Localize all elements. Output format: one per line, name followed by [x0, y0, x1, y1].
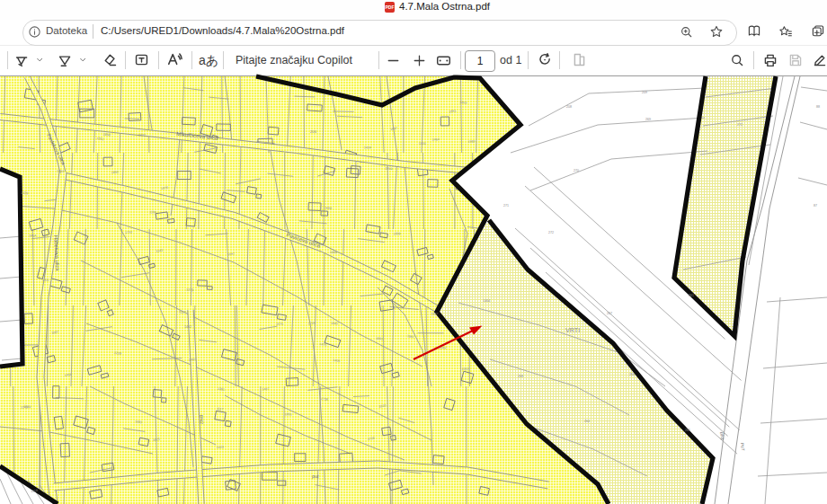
svg-text:1654: 1654	[57, 170, 64, 173]
svg-text:1691: 1691	[376, 337, 383, 340]
svg-text:1575: 1575	[276, 323, 283, 326]
svg-text:88: 88	[816, 105, 820, 109]
svg-text:272: 272	[737, 123, 743, 127]
svg-text:264: 264	[584, 420, 590, 423]
svg-text:1423: 1423	[217, 446, 224, 449]
svg-text:271: 271	[503, 204, 509, 208]
svg-text:1809: 1809	[393, 232, 400, 235]
svg-text:261: 261	[689, 294, 694, 297]
svg-text:1890: 1890	[111, 171, 119, 175]
svg-text:1462: 1462	[184, 325, 191, 329]
svg-text:ĐN2: ĐN2	[199, 415, 205, 425]
svg-text:1937: 1937	[431, 312, 438, 315]
svg-text:268: 268	[518, 375, 523, 378]
svg-text:206: 206	[310, 129, 317, 134]
svg-text:209: 209	[642, 91, 647, 94]
svg-text:208: 208	[566, 105, 572, 109]
svg-text:272: 272	[548, 231, 554, 234]
svg-text:265: 265	[685, 429, 690, 432]
svg-text:1894: 1894	[330, 251, 337, 254]
svg-text:269: 269	[645, 118, 651, 121]
svg-text:267: 267	[607, 312, 612, 315]
svg-text:1868: 1868	[102, 133, 110, 137]
svg-text:1117: 1117	[179, 310, 186, 314]
svg-text:1381: 1381	[218, 387, 225, 392]
svg-text:1989: 1989	[467, 139, 475, 144]
svg-text:1454: 1454	[29, 234, 36, 237]
svg-text:1424: 1424	[364, 146, 371, 149]
svg-text:put: put	[312, 473, 319, 479]
svg-text:1729: 1729	[308, 322, 316, 325]
svg-text:1464: 1464	[432, 137, 440, 141]
svg-text:1865: 1865	[284, 412, 291, 416]
svg-text:266: 266	[629, 373, 635, 376]
svg-text:VRTI: VRTI	[565, 326, 580, 334]
svg-text:1097: 1097	[227, 252, 235, 257]
svg-text:1411: 1411	[42, 279, 49, 282]
svg-text:1243: 1243	[21, 405, 28, 409]
svg-text:1487: 1487	[262, 387, 269, 391]
svg-text:1129: 1129	[21, 191, 28, 196]
svg-text:1842: 1842	[331, 322, 338, 325]
svg-text:1133: 1133	[419, 142, 426, 146]
svg-text:1849: 1849	[385, 166, 392, 171]
svg-text:1106: 1106	[149, 210, 156, 214]
svg-text:1553: 1553	[461, 367, 468, 371]
svg-text:270: 270	[574, 169, 579, 172]
svg-text:1464: 1464	[483, 299, 490, 303]
svg-text:1702: 1702	[125, 231, 132, 234]
svg-text:87: 87	[814, 204, 817, 208]
svg-text:1377: 1377	[138, 133, 146, 137]
